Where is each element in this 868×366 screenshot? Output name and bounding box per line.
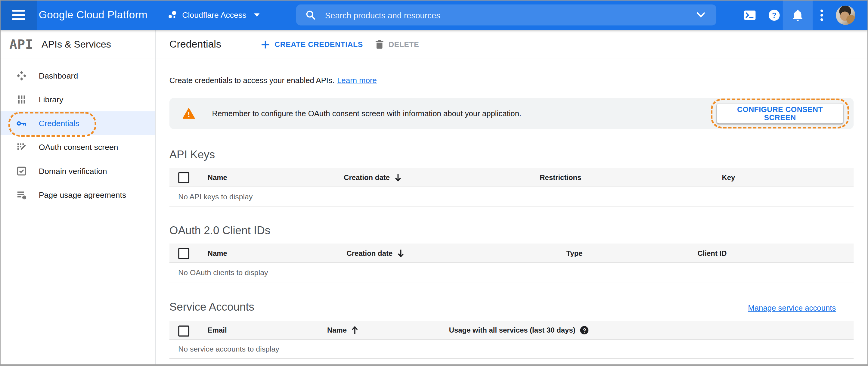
search-icon: [306, 10, 315, 20]
api-keys-empty-row: No API keys to display: [169, 187, 854, 207]
svg-text:?: ?: [772, 11, 776, 19]
column-header-email[interactable]: Email: [208, 321, 227, 339]
sidebar: API APIs & Services Dashboard: [0, 30, 156, 366]
select-all-checkbox[interactable]: [178, 248, 189, 259]
oauth-clients-section-header: OAuth 2.0 Client IDs: [169, 224, 854, 237]
account-avatar[interactable]: [836, 5, 855, 25]
sidebar-item-oauth-consent-screen[interactable]: OAuth consent screen: [0, 135, 155, 159]
consent-warning-banner: Remember to configure the OAuth consent …: [169, 98, 854, 129]
gcp-logo: Google Cloud Platform: [39, 0, 148, 30]
column-header-key[interactable]: Key: [722, 167, 735, 187]
oauth-clients-table-header: Name Creation date Type Client ID: [169, 244, 854, 263]
column-header-creation-date[interactable]: Creation date: [344, 167, 401, 187]
column-header-name[interactable]: Name: [208, 244, 227, 263]
service-accounts-section-header: Service Accounts Manage service accounts: [169, 301, 854, 313]
sidebar-item-dashboard[interactable]: Dashboard: [0, 64, 155, 88]
search-expand-chevron-icon[interactable]: [696, 12, 705, 18]
api-keys-table-header: Name Creation date Restrictions Key: [169, 167, 854, 187]
plus-icon: [261, 40, 270, 49]
configure-consent-screen-button[interactable]: CONFIGURE CONSENT SCREEN: [717, 103, 843, 123]
dashboard-icon: [17, 71, 27, 81]
select-all-checkbox[interactable]: [178, 326, 189, 337]
sidebar-nav: Dashboard Library: [0, 59, 155, 207]
warning-icon: [183, 108, 195, 119]
project-name: Cloudflare Access: [182, 10, 246, 19]
notifications-button[interactable]: [783, 0, 813, 30]
checkbox-check-icon: [17, 166, 27, 176]
help-icon: ?: [768, 9, 780, 21]
oauth-clients-table: Name Creation date Type Client ID No OAu…: [169, 244, 854, 282]
api-product-logo: API: [9, 37, 33, 52]
delete-button[interactable]: DELETE: [375, 30, 419, 59]
column-header-name[interactable]: Name: [208, 167, 227, 187]
project-hexagon-icon: [168, 10, 178, 20]
api-keys-table: Name Creation date Restrictions Key No A…: [169, 167, 854, 207]
key-icon: [17, 118, 27, 128]
page-toolbar: Credentials CREATE CREDENTIALS DELETE: [156, 30, 868, 59]
help-button[interactable]: ?: [766, 0, 782, 30]
sidebar-item-domain-verification[interactable]: Domain verification: [0, 159, 155, 183]
learn-more-link[interactable]: Learn more: [337, 76, 377, 85]
section-title: OAuth 2.0 Client IDs: [169, 224, 270, 237]
service-accounts-table-header: Email Name Usage with all services (last…: [169, 321, 854, 340]
cloud-shell-icon: [744, 10, 755, 20]
sidebar-item-label: Domain verification: [39, 166, 107, 175]
trash-icon: [375, 40, 384, 49]
top-app-bar: Google Cloud Platform Cloudflare Access: [0, 0, 868, 30]
api-keys-section-header: API Keys: [169, 148, 854, 161]
column-header-name[interactable]: Name: [327, 321, 359, 339]
library-icon: [17, 94, 27, 104]
sort-desc-arrow-icon: [398, 249, 404, 257]
service-accounts-table: Email Name Usage with all services (last…: [169, 321, 854, 359]
sidebar-item-label: Library: [39, 95, 63, 103]
sidebar-item-label: OAuth consent screen: [39, 143, 118, 151]
sidebar-item-page-usage-agreements[interactable]: Page usage agreements: [0, 183, 155, 207]
main-content: Credentials CREATE CREDENTIALS DELETE Cr…: [156, 30, 868, 366]
chevron-down-icon: [254, 13, 259, 17]
vertical-dots-icon: [820, 9, 823, 21]
manage-service-accounts-link[interactable]: Manage service accounts: [748, 303, 836, 312]
sidebar-item-library[interactable]: Library: [0, 88, 155, 111]
section-title: API Keys: [169, 148, 215, 161]
hamburger-icon: [12, 10, 25, 20]
sidebar-item-label: Page usage agreements: [39, 190, 126, 199]
oauth-clients-empty-row: No OAuth clients to display: [169, 263, 854, 282]
project-selector[interactable]: Cloudflare Access: [168, 0, 259, 30]
section-title: Service Accounts: [169, 301, 254, 313]
list-gear-icon: [17, 190, 27, 200]
column-header-usage[interactable]: Usage with all services (last 30 days) ?: [449, 321, 589, 339]
column-header-client-id[interactable]: Client ID: [698, 244, 727, 263]
gcp-console-window: Google Cloud Platform Cloudflare Access: [0, 0, 868, 366]
usage-help-icon[interactable]: ?: [580, 326, 589, 334]
select-all-checkbox[interactable]: [178, 172, 189, 183]
warning-message: Remember to configure the OAuth consent …: [212, 109, 521, 118]
sort-asc-arrow-icon: [352, 326, 359, 334]
page-title: Credentials: [169, 30, 221, 59]
cloud-shell-button[interactable]: [742, 0, 757, 30]
sidebar-item-label: Credentials: [39, 119, 80, 128]
hamburger-menu-button[interactable]: [0, 0, 37, 30]
search-input[interactable]: [324, 10, 696, 20]
column-header-creation-date[interactable]: Creation date: [346, 244, 404, 263]
more-options-button[interactable]: [815, 0, 827, 30]
service-accounts-empty-row: No service accounts to display: [169, 340, 854, 359]
bell-icon: [792, 9, 803, 21]
column-header-type[interactable]: Type: [566, 244, 583, 263]
consent-screen-icon: [17, 142, 27, 152]
sidebar-item-credentials[interactable]: Credentials: [0, 111, 155, 135]
search-bar[interactable]: [296, 4, 716, 26]
create-credentials-button[interactable]: CREATE CREDENTIALS: [261, 30, 363, 59]
column-header-restrictions[interactable]: Restrictions: [540, 167, 581, 187]
sidebar-header: API APIs & Services: [0, 30, 155, 59]
sidebar-title: APIs & Services: [41, 38, 111, 50]
sidebar-item-label: Dashboard: [39, 71, 78, 80]
intro-text: Create credentials to access your enable…: [169, 74, 854, 86]
sort-desc-arrow-icon: [395, 173, 402, 182]
